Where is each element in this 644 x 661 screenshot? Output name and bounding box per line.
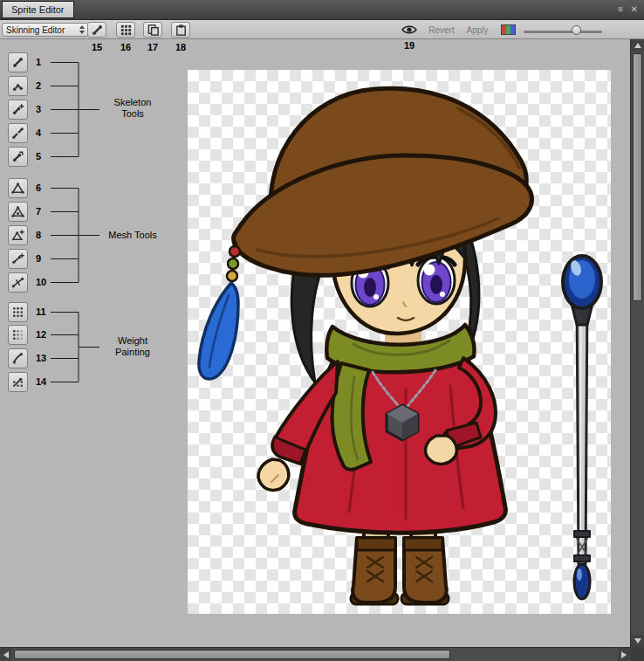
annotation-number-15: 15 (92, 42, 102, 52)
annotation-number-1: 1 (36, 57, 41, 67)
annotation-number-10: 10 (36, 277, 46, 287)
scroll-down-button[interactable] (631, 635, 644, 647)
edge-create-icon (11, 252, 24, 265)
weight-painting-label: Weight Painting (101, 335, 164, 358)
mesh-tool-button-9[interactable] (8, 249, 28, 269)
triangle-left-icon (3, 651, 9, 658)
annotation-number-11: 11 (36, 306, 46, 317)
mode-dropdown[interactable]: Skinning Editor (2, 23, 89, 37)
window-title: Sprite Editor (11, 4, 65, 15)
scroll-right-button[interactable] (618, 648, 630, 661)
window-tab-sprite-editor[interactable]: Sprite Editor (2, 1, 74, 18)
eye-icon (401, 24, 417, 35)
mesh-tool-button-10[interactable] (8, 272, 28, 293)
staff-sprite (563, 256, 601, 599)
dot-grid-fade-icon (11, 328, 24, 341)
horizontal-scrollbar-thumb[interactable] (14, 650, 450, 659)
mode-dropdown-label: Skinning Editor (6, 25, 65, 35)
bone-reparent-icon (11, 150, 24, 163)
bone-create-icon (11, 103, 24, 116)
window-menu-icon[interactable]: ≡ (618, 3, 623, 16)
revert-button[interactable]: Revert (424, 24, 459, 37)
annotation-number-16: 16 (120, 42, 131, 52)
toolbar-bone-button[interactable] (87, 22, 106, 38)
skeleton-tool-button-1[interactable] (8, 52, 28, 72)
brush-icon (11, 352, 24, 365)
sprite-canvas[interactable] (188, 70, 611, 614)
color-swatch[interactable] (501, 24, 516, 35)
annotation-number-7: 7 (36, 206, 41, 217)
bone-icon (11, 56, 24, 69)
close-icon[interactable]: ✕ (631, 3, 638, 16)
annotation-number-12: 12 (36, 329, 46, 340)
bone-dots-icon (11, 375, 24, 389)
annotation-number-13: 13 (36, 353, 46, 363)
annotation-number-19: 19 (404, 40, 414, 51)
triangle-down-icon (634, 638, 641, 644)
annotation-number-6: 6 (36, 182, 41, 193)
visibility-button[interactable] (399, 22, 420, 38)
character-sprite (188, 70, 611, 614)
copy-icon (147, 24, 160, 37)
apply-button[interactable]: Apply (461, 24, 494, 37)
skeleton-tool-button-2[interactable] (8, 76, 28, 96)
annotation-number-5: 5 (36, 151, 41, 162)
scrollbar-corner (630, 647, 644, 661)
zoom-slider-track[interactable] (524, 31, 602, 33)
triangle-mesh-icon (11, 182, 24, 195)
character-body (199, 88, 532, 604)
zoom-slider-handle[interactable] (572, 25, 581, 35)
weight-tool-button-11[interactable] (8, 302, 28, 322)
toolbar-grid-button[interactable] (116, 22, 135, 38)
paste-button[interactable] (171, 22, 190, 38)
mesh-tool-button-8[interactable] (8, 225, 28, 245)
vertical-scrollbar-thumb[interactable] (633, 53, 642, 301)
annotation-number-17: 17 (147, 42, 158, 52)
weight-tool-button-13[interactable] (8, 348, 28, 368)
edge-split-icon (11, 276, 24, 289)
joint-chain-icon (11, 79, 24, 93)
scroll-up-button[interactable] (631, 39, 644, 52)
annotation-number-4: 4 (36, 127, 41, 138)
annotation-number-9: 9 (36, 253, 41, 264)
skeleton-tools-label: Skeleton Tools (101, 97, 164, 120)
copy-button[interactable] (143, 22, 162, 38)
scroll-left-button[interactable] (0, 648, 12, 661)
skeleton-tool-button-4[interactable] (8, 123, 28, 143)
mesh-tool-button-7[interactable] (8, 202, 28, 222)
vertex-create-icon (11, 229, 24, 242)
mesh-tools-label: Mesh Tools (101, 230, 164, 241)
skeleton-tool-button-5[interactable] (8, 147, 28, 167)
grid-icon (120, 24, 133, 37)
toolbar: Skinning Editor Revert Apply (0, 20, 644, 39)
weight-tool-button-12[interactable] (8, 325, 28, 345)
dot-grid-icon (11, 306, 24, 319)
annotation-number-18: 18 (175, 42, 186, 52)
vertical-scrollbar[interactable] (630, 39, 644, 647)
horizontal-scrollbar[interactable] (0, 647, 630, 661)
triangle-edit-icon (11, 205, 24, 218)
annotation-number-14: 14 (36, 376, 46, 387)
paste-icon (175, 24, 188, 37)
annotation-number-2: 2 (36, 80, 41, 91)
main-panel: 15 16 17 18 19 Skeleton Tools Mesh Tools… (0, 39, 630, 647)
bone-split-icon (11, 127, 24, 140)
bone-icon (91, 24, 104, 37)
weight-tool-button-14[interactable] (8, 372, 28, 392)
annotation-number-3: 3 (36, 104, 41, 114)
triangle-right-icon (621, 651, 627, 658)
skeleton-tool-button-3[interactable] (8, 100, 28, 120)
titlebar: Sprite Editor ≡ ✕ (0, 0, 644, 20)
mesh-tool-button-6[interactable] (8, 178, 28, 198)
annotation-number-8: 8 (36, 230, 41, 240)
triangle-up-icon (634, 43, 641, 48)
dropdown-arrows-icon (79, 25, 85, 34)
